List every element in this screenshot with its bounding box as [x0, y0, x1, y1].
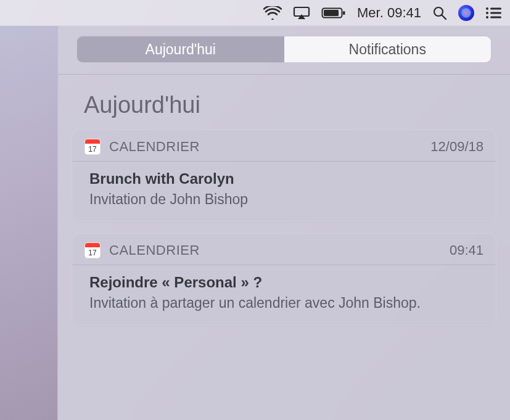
notification-card[interactable]: CALENDRIER 09:41 Rejoindre « Personal » …: [72, 233, 496, 326]
notification-header: CALENDRIER 09:41: [72, 234, 496, 265]
segmented-control: Aujourd'hui Notifications: [76, 36, 491, 63]
svg-rect-9: [490, 12, 501, 14]
calendar-app-icon: [84, 242, 101, 258]
desktop: Aujourd'hui Notifications Aujourd'hui CA…: [0, 26, 510, 420]
svg-point-10: [486, 16, 488, 19]
notification-header: CALENDRIER 12/09/18: [72, 130, 496, 161]
svg-rect-2: [343, 11, 345, 15]
notification-subtitle: Invitation de John Bishop: [89, 190, 479, 209]
notification-center-icon[interactable]: [485, 7, 501, 19]
menu-bar-datetime[interactable]: Mer. 09:41: [357, 5, 421, 21]
tab-today[interactable]: Aujourd'hui: [77, 36, 284, 62]
notification-app-name: CALENDRIER: [109, 242, 441, 258]
notification-title: Rejoindre « Personal » ?: [89, 274, 479, 291]
svg-rect-11: [490, 16, 501, 18]
notification-time: 12/09/18: [430, 139, 483, 155]
svg-point-8: [486, 12, 488, 14]
notification-body: Brunch with Carolyn Invitation de John B…: [72, 162, 496, 221]
calendar-app-icon: [84, 139, 101, 155]
notification-title: Brunch with Carolyn: [89, 170, 479, 187]
siri-icon[interactable]: [458, 5, 474, 21]
notification-time: 09:41: [450, 242, 483, 258]
svg-rect-3: [324, 10, 339, 16]
desktop-wallpaper: [0, 26, 57, 420]
notification-subtitle: Invitation à partager un calendrier avec…: [89, 294, 479, 313]
spotlight-icon[interactable]: [432, 6, 447, 20]
today-heading: Aujourd'hui: [58, 75, 510, 130]
notification-app-name: CALENDRIER: [109, 139, 422, 155]
tab-notifications[interactable]: Notifications: [284, 36, 491, 62]
battery-icon[interactable]: [321, 7, 346, 19]
menu-bar: Mer. 09:41: [0, 0, 510, 26]
airplay-icon[interactable]: [293, 6, 310, 20]
notification-card[interactable]: CALENDRIER 12/09/18 Brunch with Carolyn …: [72, 130, 496, 222]
svg-line-5: [442, 15, 446, 19]
wifi-icon[interactable]: [263, 6, 282, 20]
svg-rect-7: [490, 7, 501, 9]
svg-point-6: [486, 7, 488, 10]
notification-body: Rejoindre « Personal » ? Invitation à pa…: [72, 265, 496, 325]
notification-center-panel: Aujourd'hui Notifications Aujourd'hui CA…: [57, 26, 510, 420]
